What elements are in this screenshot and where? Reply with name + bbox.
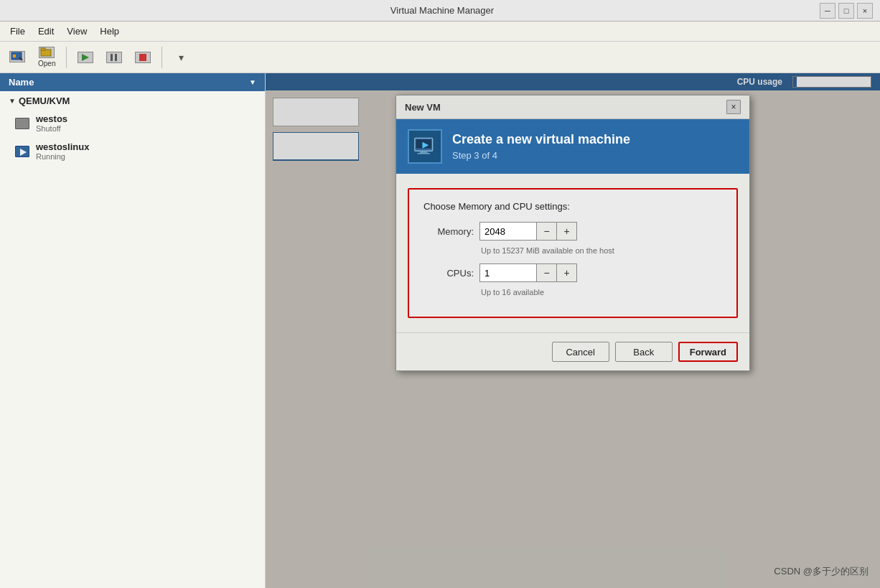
cpu-label: CPUs: (423, 268, 474, 279)
sidebar-section: ▼ QEMU/KVM westos Shutoff (0, 91, 265, 167)
vm-item-westos[interactable]: westos Shutoff (0, 109, 265, 137)
svg-marker-9 (20, 149, 27, 156)
vm-icon-westoslinux (14, 145, 30, 158)
memory-row: Memory: − + (423, 222, 722, 241)
dialog-body: Choose Memory and CPU settings: Memory: … (396, 174, 749, 332)
cpu-increase-button[interactable]: + (557, 263, 577, 282)
svg-rect-13 (417, 153, 430, 154)
title-bar: Virtual Machine Manager ─ □ × (0, 0, 880, 22)
group-label-qemu: QEMU/KVM (19, 95, 70, 106)
svg-rect-12 (420, 151, 428, 153)
toolbar: Open ▾ (0, 42, 880, 73)
vm-status-westos: Shutoff (36, 124, 67, 133)
dialog-header-text: Create a new virtual machine Step 3 of 4 (452, 132, 630, 161)
minimize-button[interactable]: ─ (820, 3, 835, 19)
window-controls: ─ □ × (820, 3, 873, 19)
memory-input-group: − + (479, 222, 577, 241)
dropdown-arrow: ▾ (179, 52, 184, 63)
memory-increase-button[interactable]: + (557, 222, 577, 241)
svg-marker-5 (82, 54, 89, 61)
memory-decrease-button[interactable]: − (537, 222, 557, 241)
pause-button[interactable] (101, 44, 127, 71)
cpu-plus-icon: + (563, 267, 569, 279)
dialog-titlebar: New VM × (396, 95, 749, 119)
restore-button[interactable]: □ (838, 3, 854, 19)
stop-icon (135, 52, 151, 63)
memory-label: Memory: (423, 226, 474, 237)
sidebar-header: Name ▼ (0, 73, 265, 91)
sidebar-group-qemu[interactable]: ▼ QEMU/KVM (0, 93, 265, 109)
cpu-hint: Up to 16 available (481, 288, 722, 297)
vm-status-westoslinux: Running (36, 152, 89, 161)
cancel-button[interactable]: Cancel (552, 342, 609, 362)
menu-bar: File Edit View Help (0, 22, 880, 42)
cpu-input[interactable] (479, 263, 537, 282)
back-button[interactable]: Back (615, 342, 673, 362)
open-button[interactable]: Open (33, 44, 60, 71)
sidebar-header-label: Name (9, 77, 34, 88)
memory-plus-icon: + (563, 225, 569, 237)
menu-edit[interactable]: Edit (32, 24, 60, 39)
open-icon (39, 47, 55, 58)
close-button[interactable]: × (857, 3, 873, 19)
pause-icon (106, 52, 122, 63)
modal-overlay: New VM × Create (266, 73, 880, 588)
main-content: Name ▼ ▼ QEMU/KVM westos Shutoff (0, 73, 880, 588)
new-vm-button[interactable] (4, 44, 30, 71)
run-button[interactable] (72, 44, 98, 71)
memory-input[interactable] (479, 222, 537, 241)
vm-icon-westos (14, 117, 30, 130)
new-vm-dialog: New VM × Create (395, 95, 750, 371)
vm-name-westoslinux: westoslinux (36, 141, 89, 152)
cpu-input-group: − + (479, 263, 577, 282)
dialog-header: Create a new virtual machine Step 3 of 4 (396, 119, 749, 174)
svg-rect-6 (111, 54, 113, 61)
svg-rect-7 (115, 54, 117, 61)
dialog-close-button[interactable]: × (726, 100, 741, 114)
menu-file[interactable]: File (4, 24, 31, 39)
sidebar-sort-arrow: ▼ (249, 78, 256, 86)
right-panel: CPU usage New VM × (266, 73, 880, 588)
svg-rect-8 (139, 54, 146, 61)
dialog-step-subtitle: Step 3 of 4 (452, 150, 630, 161)
cpu-decrease-button[interactable]: − (537, 263, 557, 282)
window-title: Virtual Machine Manager (65, 5, 820, 16)
menu-view[interactable]: View (61, 24, 93, 39)
vm-name-westos: westos (36, 113, 67, 124)
dialog-vm-icon (408, 129, 442, 164)
forward-button[interactable]: Forward (678, 342, 738, 362)
open-label: Open (38, 60, 55, 67)
dialog-main-title: Create a new virtual machine (452, 132, 630, 147)
stop-button[interactable] (130, 44, 156, 71)
svg-rect-1 (13, 55, 16, 57)
settings-box: Choose Memory and CPU settings: Memory: … (408, 188, 738, 318)
group-expand-arrow: ▼ (9, 97, 16, 105)
vm-monitor-icon-running (15, 146, 29, 157)
memory-minus-icon: − (543, 225, 549, 237)
cpu-minus-icon: − (543, 267, 549, 279)
menu-help[interactable]: Help (94, 24, 125, 39)
memory-hint: Up to 15237 MiB available on the host (481, 246, 722, 255)
vm-info-westoslinux: westoslinux Running (36, 141, 89, 161)
cpu-row: CPUs: − + (423, 263, 722, 282)
toolbar-separator (66, 47, 67, 68)
dropdown-button[interactable]: ▾ (168, 44, 194, 71)
vm-item-westoslinux[interactable]: westoslinux Running (0, 137, 265, 165)
run-icon (78, 52, 93, 63)
dialog-footer: Cancel Back Forward (396, 332, 749, 370)
toolbar-separator-2 (162, 47, 162, 68)
sidebar: Name ▼ ▼ QEMU/KVM westos Shutoff (0, 73, 266, 588)
new-vm-icon (9, 51, 25, 62)
svg-rect-4 (41, 48, 45, 50)
dialog-title: New VM (405, 102, 441, 113)
vm-monitor-icon-shutoff (15, 118, 29, 129)
settings-title: Choose Memory and CPU settings: (423, 201, 722, 212)
vm-info-westos: westos Shutoff (36, 113, 67, 133)
